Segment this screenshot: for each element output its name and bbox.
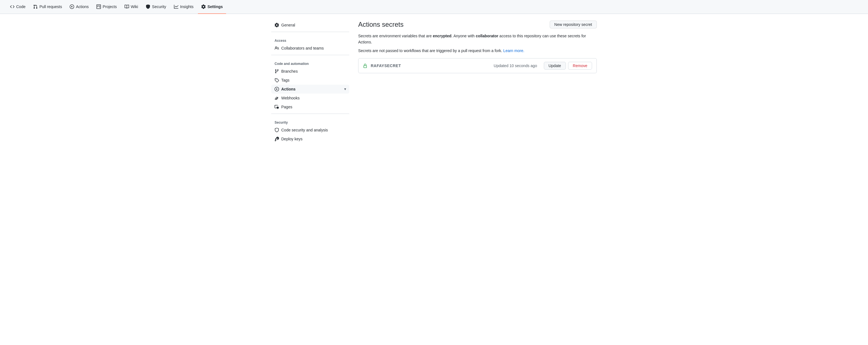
description-line2: Secrets are not passed to workflows that… [358, 47, 597, 54]
nav-wiki[interactable]: Wiki [121, 0, 141, 14]
sidebar-item-general[interactable]: General [271, 21, 349, 30]
nav-settings-label: Settings [207, 4, 223, 9]
sidebar-code-automation-section: Code and automation [271, 57, 349, 67]
main-content: Actions secrets New repository secret Se… [358, 21, 597, 143]
page-layout: General Access Collaborators and teams C… [267, 14, 601, 150]
code-security-icon [275, 128, 279, 132]
sidebar-item-code-security[interactable]: Code security and analysis [271, 126, 349, 135]
people-icon [275, 46, 279, 50]
insights-icon [174, 4, 178, 9]
nav-pull-requests[interactable]: Pull requests [30, 0, 65, 14]
secret-updated: Updated 10 seconds ago [494, 64, 537, 68]
description-bold1: encrypted [433, 34, 452, 38]
sidebar-general-label: General [281, 23, 295, 27]
nav-wiki-label: Wiki [131, 4, 138, 9]
sidebar-deploy-keys-label: Deploy keys [281, 137, 303, 141]
sidebar-item-branches[interactable]: Branches [271, 67, 349, 76]
sidebar-item-collaborators[interactable]: Collaborators and teams [271, 44, 349, 53]
nav-insights[interactable]: Insights [170, 0, 197, 14]
nav-actions-label: Actions [76, 4, 89, 9]
secret-action-buttons: Update Remove [544, 62, 592, 70]
new-repository-secret-button[interactable]: New repository secret [550, 21, 597, 28]
sidebar-actions-icon [275, 87, 279, 91]
nav-projects-label: Projects [102, 4, 117, 9]
description-bold2: collaborator [476, 34, 498, 38]
update-secret-button[interactable]: Update [544, 62, 566, 70]
description-fork-text: Secrets are not passed to workflows that… [358, 48, 502, 53]
sidebar-item-webhooks[interactable]: Webhooks [271, 94, 349, 102]
projects-icon [96, 4, 101, 9]
nav-security-label: Security [152, 4, 166, 9]
sidebar-collaborators-label: Collaborators and teams [281, 46, 324, 50]
settings-icon [201, 4, 206, 9]
sidebar-item-tags[interactable]: Tags [271, 76, 349, 84]
branches-icon [275, 69, 279, 73]
description-line1: Secrets are environment variables that a… [358, 33, 597, 45]
nav-code[interactable]: Code [7, 0, 29, 14]
secrets-list: RAFAYSECRET Updated 10 seconds ago Updat… [358, 58, 597, 73]
description-pre: Secrets are environment variables that a… [358, 34, 433, 38]
page-title: Actions secrets [358, 21, 404, 28]
sidebar-access-section: Access [271, 34, 349, 44]
sidebar-actions-row: Actions ▾ [275, 87, 346, 91]
sidebar-pages-label: Pages [281, 105, 292, 109]
nav-code-label: Code [16, 4, 25, 9]
pull-request-icon [33, 4, 38, 9]
nav-projects[interactable]: Projects [93, 0, 120, 14]
code-icon [10, 4, 14, 9]
nav-security[interactable]: Security [143, 0, 169, 14]
secret-name: RAFAYSECRET [371, 64, 490, 68]
sidebar-item-actions[interactable]: Actions ▾ [271, 84, 349, 94]
sidebar-tags-label: Tags [281, 78, 289, 82]
remove-secret-button[interactable]: Remove [568, 62, 592, 70]
sidebar-code-security-label: Code security and analysis [281, 128, 328, 132]
description-mid: . Anyone with [452, 34, 476, 38]
sidebar-security-section: Security [271, 116, 349, 126]
nav-actions-icon [70, 4, 74, 9]
webhooks-icon [275, 96, 279, 100]
sidebar: General Access Collaborators and teams C… [271, 21, 349, 143]
nav-actions[interactable]: Actions [66, 0, 92, 14]
learn-more-link[interactable]: Learn more. [503, 48, 524, 53]
sidebar-divider-1 [271, 32, 349, 32]
nav-insights-label: Insights [180, 4, 193, 9]
sidebar-item-deploy-keys[interactable]: Deploy keys [271, 135, 349, 143]
lock-icon [363, 63, 367, 69]
nav-settings[interactable]: Settings [198, 0, 226, 14]
main-header: Actions secrets New repository secret [358, 21, 597, 28]
sidebar-branches-label: Branches [281, 69, 298, 73]
wiki-icon [125, 4, 129, 9]
pages-icon [275, 105, 279, 109]
sidebar-actions-label: Actions [281, 87, 296, 91]
chevron-down-icon: ▾ [344, 87, 346, 91]
sidebar-item-pages[interactable]: Pages [271, 102, 349, 111]
tags-icon [275, 78, 279, 82]
nav-pull-requests-label: Pull requests [39, 4, 62, 9]
table-row: RAFAYSECRET Updated 10 seconds ago Updat… [359, 59, 596, 73]
general-icon [275, 23, 279, 27]
security-icon [146, 4, 150, 9]
top-navigation: Code Pull requests Actions Projects [0, 0, 868, 14]
sidebar-webhooks-label: Webhooks [281, 96, 300, 100]
key-icon [275, 137, 279, 141]
sidebar-divider-2 [271, 55, 349, 55]
